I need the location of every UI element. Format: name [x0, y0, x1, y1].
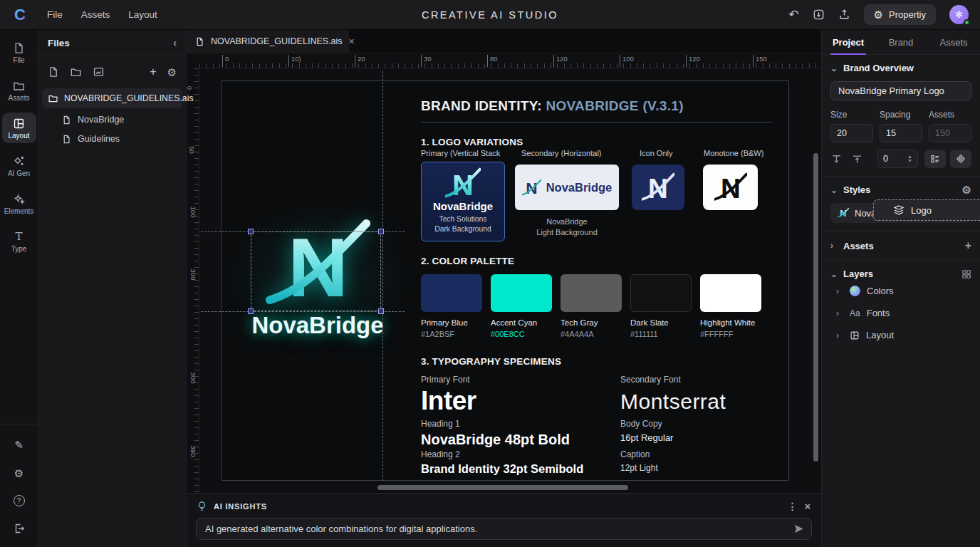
tree-root-label: NOVABRIDGE_GUIDELINES.ais [64, 93, 194, 103]
chevron-right-icon[interactable]: › [830, 241, 838, 251]
layer-colors[interactable]: › Colors [830, 281, 971, 301]
align-top-icon[interactable] [830, 153, 843, 165]
list-view-button[interactable] [924, 150, 946, 168]
send-icon[interactable] [793, 523, 804, 534]
diamond-style-button[interactable] [950, 150, 971, 168]
undo-icon[interactable]: ↶ [788, 9, 798, 21]
secondary-logo-card[interactable]: N NovaBridge [515, 165, 619, 210]
selection-handle[interactable] [378, 308, 384, 314]
ruler-tick: 120 [553, 55, 568, 67]
stepper-down-icon[interactable]: ▼ [907, 159, 912, 163]
horizontal-scrollbar[interactable] [377, 485, 628, 490]
swatch-name: Tech Gray [561, 318, 598, 327]
menu-assets[interactable]: Assets [81, 9, 110, 20]
tab-project[interactable]: Project [822, 30, 875, 54]
history-icon[interactable] [813, 9, 825, 21]
rail-item-elements[interactable]: Elements [2, 188, 36, 219]
layer-label: Logo [911, 205, 932, 216]
layer-logo[interactable]: Logo [873, 199, 980, 221]
column-label: Icon Only [640, 149, 672, 157]
tree-item-guidelines[interactable]: Guidelines [38, 127, 186, 147]
styles-settings-icon[interactable]: ⚙ [962, 184, 971, 195]
new-folder-icon[interactable] [70, 66, 82, 78]
grid-view-icon[interactable] [961, 269, 971, 279]
selection-handle[interactable] [248, 229, 254, 234]
pen-icon[interactable]: ✎ [14, 439, 24, 452]
property-button[interactable]: ⚙ Propertiy [864, 4, 936, 25]
swatch-name: Dark Slate [630, 318, 669, 327]
logout-icon[interactable] [14, 523, 25, 534]
swatch-tech-gray[interactable] [561, 274, 622, 312]
tab-brand[interactable]: Brand [875, 30, 927, 54]
layer-fonts[interactable]: › Aa Fonts [830, 303, 971, 323]
chevron-down-icon[interactable]: ⌄ [830, 185, 838, 195]
spacing-label: Spacing [880, 110, 922, 120]
add-icon[interactable]: + [150, 66, 156, 78]
close-tab-icon[interactable]: × [349, 36, 355, 47]
monotone-logo-card[interactable]: N [703, 165, 758, 210]
align-bottom-icon[interactable] [851, 153, 863, 165]
chevron-right-icon: › [836, 330, 843, 340]
new-file-icon[interactable] [48, 66, 59, 78]
menu-layout[interactable]: Layout [128, 9, 157, 20]
swatch-primary-blue[interactable] [421, 274, 482, 312]
add-asset-icon[interactable]: + [965, 239, 971, 252]
share-icon[interactable] [838, 9, 850, 21]
tab-assets[interactable]: Assets [927, 30, 980, 54]
swatch-hex: #00E8CC [491, 330, 525, 338]
tree-item-novabridge[interactable]: NovaBridge [38, 108, 186, 127]
ai-insights-input[interactable] [196, 518, 812, 540]
title-divider [421, 122, 773, 123]
ruler-tick: 30 [421, 55, 432, 67]
rail-item-type[interactable]: T Type [2, 226, 36, 256]
panel-tabs: Project Brand Assets [822, 30, 980, 55]
selection-handle[interactable] [378, 229, 384, 234]
tree-root-folder[interactable]: NOVABRIDGE_GUIDELINES.ais [42, 88, 182, 108]
vertical-ruler: 0 50 100 300 300 390 [187, 68, 199, 493]
swatch-name: Primary Blue [421, 318, 468, 327]
swatch-dark-slate[interactable] [630, 274, 692, 312]
primary-logo-card[interactable]: N NovaBridge Tech SolutionsDark Backgrou… [421, 162, 505, 241]
caption-specimen: 12pt Light [620, 463, 658, 473]
font-label: Secondary Font [620, 375, 681, 385]
layer-layout[interactable]: › Layout [830, 325, 971, 345]
close-insights-icon[interactable]: × [804, 500, 811, 512]
rail-item-assets[interactable]: Assets [2, 75, 36, 105]
vertical-scrollbar[interactable] [813, 153, 818, 462]
image-export-icon[interactable] [93, 66, 105, 78]
menu-file[interactable]: File [47, 9, 63, 20]
rail-item-layout[interactable]: Layout [2, 113, 36, 143]
heading2-label: Heading 2 [421, 449, 460, 459]
selection-box[interactable] [251, 231, 381, 311]
assets-input[interactable] [929, 124, 971, 142]
files-settings-icon[interactable]: ⚙ [167, 67, 177, 78]
file-icon [195, 37, 204, 46]
logo-name-input[interactable] [830, 81, 971, 100]
value-stepper[interactable]: 0 ▲▼ [877, 150, 918, 168]
assets-section: › Assets + [822, 231, 980, 261]
chevron-down-icon[interactable]: ⌄ [830, 269, 838, 279]
spacing-input[interactable] [880, 124, 922, 142]
tab-label: NOVABRIDGE_GUIDELINES.ais [211, 36, 343, 46]
canvas-viewport[interactable]: N NovaBridge BRAND IDENTITY: NOVABRIDGE … [199, 68, 821, 493]
ruler-tick: 80 [487, 55, 498, 67]
ruler-tick: 390 [189, 446, 197, 457]
rail-item-file[interactable]: File [2, 37, 36, 68]
size-input[interactable] [830, 124, 873, 142]
layers-section: ⌄ Layers Logo › Colors › Aa Fonts › [822, 261, 980, 353]
swatch-name: Accent Cyan [491, 318, 537, 327]
selection-handle[interactable] [248, 308, 254, 314]
more-options-icon[interactable]: ⋮ [788, 501, 798, 512]
app-logo-icon[interactable]: C [11, 6, 28, 24]
icon-only-logo-card[interactable]: N [632, 165, 684, 210]
help-icon[interactable]: ? [14, 495, 25, 506]
chevron-down-icon[interactable]: ⌄ [830, 63, 838, 73]
rail-item-ai-gen[interactable]: AI Gen [2, 150, 36, 181]
collapse-panel-icon[interactable]: ‹ [173, 37, 177, 48]
swatch-highlight-white[interactable] [700, 274, 761, 312]
swatch-name: Highlight White [700, 318, 755, 327]
avatar[interactable]: ✻ [949, 5, 969, 24]
settings-icon[interactable]: ⚙ [14, 468, 24, 479]
swatch-accent-cyan[interactable] [491, 274, 552, 312]
document-tab[interactable]: NOVABRIDGE_GUIDELINES.ais × [187, 30, 349, 53]
